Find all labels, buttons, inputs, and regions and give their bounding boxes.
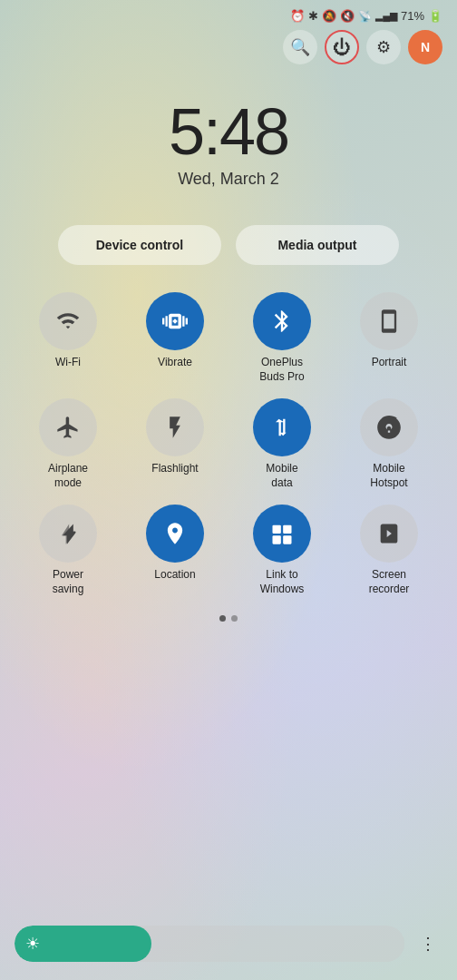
vibrate-tile-label: Vibrate (158, 356, 192, 370)
power-button[interactable]: ⏻ (325, 30, 359, 64)
power-saving-tile-label: Powersaving (53, 568, 84, 596)
silent-icon: 🔕 (322, 9, 336, 23)
tile-vibrate[interactable]: Vibrate (125, 292, 225, 384)
page-dot-2 (231, 615, 238, 622)
battery-level: 71% (401, 9, 424, 23)
link-windows-tile-label: Link toWindows (260, 568, 305, 596)
airplane-tile-icon (39, 398, 97, 456)
flashlight-tile-label: Flashlight (151, 462, 198, 476)
mobile-data-tile-icon (253, 398, 311, 456)
svg-rect-5 (283, 536, 291, 544)
clock-area: 5:48 Wed, March 2 (0, 72, 457, 207)
clock-time: 5:48 (169, 99, 288, 164)
wifi-tile-label: Wi-Fi (55, 356, 81, 370)
media-output-label: Media output (277, 238, 356, 252)
power-saving-tile-icon (39, 505, 97, 563)
page-dots (0, 606, 457, 625)
link-windows-tile-icon (253, 505, 311, 563)
mute-icon: 🔇 (340, 9, 355, 23)
device-control-label: Device control (96, 238, 183, 252)
tile-location[interactable]: Location (125, 505, 225, 596)
tile-bluetooth-buds[interactable]: OnePlusBuds Pro (232, 292, 332, 384)
brightness-slider[interactable]: ☀ (15, 926, 404, 962)
bluetooth-tile-icon (253, 292, 311, 350)
screen-recorder-tile-icon (360, 505, 418, 563)
hotspot-tile-icon (360, 398, 418, 456)
quick-tiles-grid: Wi-Fi Vibrate OnePlusBuds Pro (0, 274, 457, 606)
wifi-tile-icon (39, 292, 97, 350)
airplane-tile-label: Airplanemode (48, 462, 88, 490)
tile-link-to-windows[interactable]: Link toWindows (232, 505, 332, 596)
more-icon: ⋮ (420, 934, 436, 954)
alarm-icon: ⏰ (290, 9, 305, 23)
power-icon: ⏻ (333, 37, 351, 58)
brightness-sun-icon: ☀ (25, 934, 40, 954)
wifi-signal-icon: 📡 (358, 10, 372, 23)
tile-flashlight[interactable]: Flashlight (125, 398, 225, 490)
status-icons: ⏰ ✱ 🔕 🔇 📡 ▂▄▆ 71% 🔋 (290, 9, 442, 23)
search-icon: 🔍 (290, 37, 310, 57)
avatar-label: N (421, 40, 430, 54)
svg-rect-2 (273, 525, 281, 534)
status-bar: ⏰ ✱ 🔕 🔇 📡 ▂▄▆ 71% 🔋 (0, 0, 457, 26)
battery-icon: 🔋 (428, 9, 442, 23)
svg-rect-4 (273, 536, 281, 544)
tile-portrait[interactable]: Portrait (339, 292, 439, 384)
tile-airplane[interactable]: Airplanemode (18, 398, 118, 490)
top-actions-bar: 🔍 ⏻ ⚙ N (0, 26, 457, 72)
portrait-tile-icon (360, 292, 418, 350)
screen-recorder-tile-label: Screenrecorder (369, 568, 410, 596)
portrait-tile-label: Portrait (372, 356, 407, 370)
vibrate-tile-icon (146, 292, 204, 350)
tile-power-saving[interactable]: Powersaving (18, 505, 118, 596)
buds-tile-label: OnePlusBuds Pro (259, 356, 304, 384)
page-dot-1 (219, 615, 226, 622)
location-tile-icon (146, 505, 204, 563)
tile-wifi[interactable]: Wi-Fi (18, 292, 118, 384)
clock-date: Wed, March 2 (178, 170, 279, 189)
tile-hotspot[interactable]: MobileHotspot (339, 398, 439, 490)
brightness-more-button[interactable]: ⋮ (413, 929, 442, 958)
mobile-data-tile-label: Mobiledata (266, 462, 297, 490)
hotspot-tile-label: MobileHotspot (370, 462, 407, 490)
brightness-fill: ☀ (15, 926, 151, 962)
settings-button[interactable]: ⚙ (366, 30, 401, 64)
search-button[interactable]: 🔍 (283, 30, 317, 64)
signal-bars-icon: ▂▄▆ (375, 10, 397, 22)
tile-screen-recorder[interactable]: Screenrecorder (339, 505, 439, 596)
settings-icon: ⚙ (376, 37, 391, 57)
flashlight-tile-icon (146, 398, 204, 456)
device-control-button[interactable]: Device control (58, 225, 221, 265)
media-output-button[interactable]: Media output (236, 225, 399, 265)
tile-mobile-data[interactable]: Mobiledata (232, 398, 332, 490)
quick-action-row: Device control Media output (0, 207, 457, 274)
svg-rect-3 (283, 525, 291, 534)
avatar-button[interactable]: N (408, 30, 442, 64)
bluetooth-icon: ✱ (308, 9, 318, 23)
brightness-bar-container[interactable]: ☀ ⋮ (0, 918, 457, 980)
location-tile-label: Location (154, 568, 195, 583)
